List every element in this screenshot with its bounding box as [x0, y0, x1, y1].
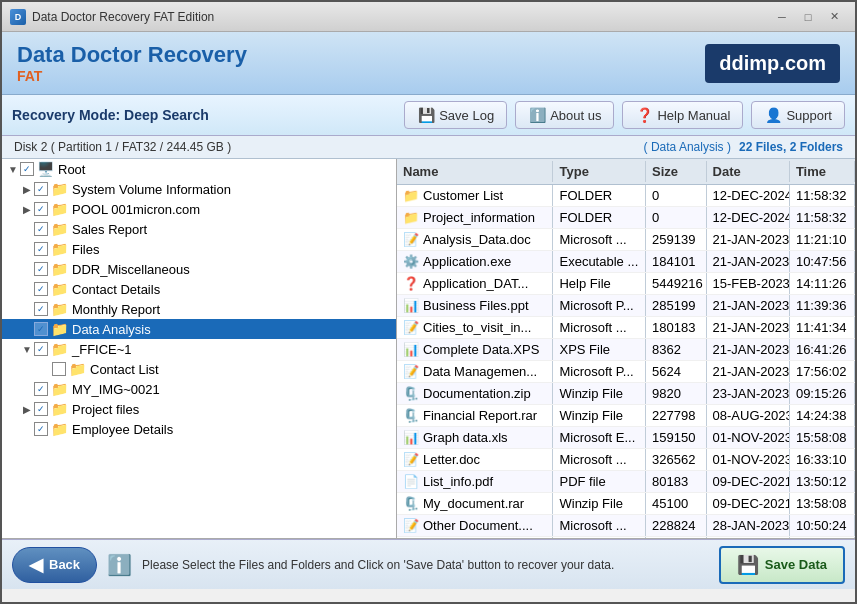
- file-time-cell: 10:50:24: [790, 515, 855, 536]
- tree-item[interactable]: 📁 Files: [2, 239, 396, 259]
- item-checkbox[interactable]: [34, 342, 48, 356]
- file-type-icon: 📝: [403, 232, 419, 247]
- tree-item[interactable]: ▼ 📁 _FFICE~1: [2, 339, 396, 359]
- tree-item[interactable]: 📁 DDR_Miscellaneous: [2, 259, 396, 279]
- root-expander[interactable]: ▼: [6, 164, 20, 175]
- help-manual-button[interactable]: ❓ Help Manual: [622, 101, 743, 129]
- save-data-label: Save Data: [765, 557, 827, 572]
- about-us-button[interactable]: ℹ️ About us: [515, 101, 614, 129]
- expander-icon[interactable]: ▼: [20, 344, 34, 355]
- file-name-cell: 📝Cities_to_visit_in...: [397, 317, 553, 338]
- item-checkbox[interactable]: [34, 222, 48, 236]
- file-date-cell: 21-JAN-2023: [707, 295, 790, 316]
- tree-item[interactable]: ▶ 📁 POOL 001micron.com: [2, 199, 396, 219]
- file-row[interactable]: ❓Application_DAT... Help File 5449216 15…: [397, 273, 855, 295]
- item-checkbox[interactable]: [34, 402, 48, 416]
- item-checkbox[interactable]: [34, 202, 48, 216]
- item-label: _FFICE~1: [72, 342, 132, 357]
- folder-icon: 📁: [51, 201, 68, 217]
- file-type-icon: 🗜️: [403, 408, 419, 423]
- file-row[interactable]: 📝Letter.doc Microsoft ... 326562 01-NOV-…: [397, 449, 855, 471]
- save-log-button[interactable]: 💾 Save Log: [404, 101, 507, 129]
- tree-item[interactable]: 📁 MY_IMG~0021: [2, 379, 396, 399]
- file-type-icon: 📊: [403, 298, 419, 313]
- file-size-cell: 0: [646, 185, 707, 206]
- file-row[interactable]: 📄List_info.pdf PDF file 80183 09-DEC-202…: [397, 471, 855, 493]
- file-type-icon: 📄: [403, 474, 419, 489]
- file-row[interactable]: 🗜️Financial Report.rar Winzip File 22779…: [397, 405, 855, 427]
- tree-item[interactable]: 📁 Monthly Report: [2, 299, 396, 319]
- tree-item[interactable]: 📁 Sales Report: [2, 219, 396, 239]
- tree-root[interactable]: ▼ 🖥️ Root: [2, 159, 396, 179]
- item-checkbox[interactable]: [34, 282, 48, 296]
- file-size-cell: 5449216: [646, 273, 707, 294]
- app-icon: D: [10, 9, 26, 25]
- item-checkbox[interactable]: [34, 242, 48, 256]
- file-scroll[interactable]: 📁Customer List FOLDER 0 12-DEC-2024 11:5…: [397, 185, 855, 538]
- file-time-cell: 13:50:12: [790, 471, 855, 492]
- file-row[interactable]: 📝Cities_to_visit_in... Microsoft ... 180…: [397, 317, 855, 339]
- file-size-cell: 180183: [646, 317, 707, 338]
- tree-item[interactable]: 📁 Employee Details: [2, 419, 396, 439]
- tree-item[interactable]: ▶ 📁 System Volume Information: [2, 179, 396, 199]
- folder-icon: 📁: [51, 301, 68, 317]
- file-row[interactable]: ⚙️Application.exe Executable ... 184101 …: [397, 251, 855, 273]
- header-banner: Data Doctor Recovery FAT ddimp.com: [2, 32, 855, 95]
- tree-item[interactable]: ▶ 📁 Project files: [2, 399, 396, 419]
- item-label: Employee Details: [72, 422, 173, 437]
- root-checkbox[interactable]: [20, 162, 34, 176]
- file-row[interactable]: 📄Phone No List.txt Text file 1960 15-FEB…: [397, 537, 855, 538]
- tree-item[interactable]: 📁 Contact Details: [2, 279, 396, 299]
- file-name-cell: 🗜️My_document.rar: [397, 493, 553, 514]
- item-checkbox[interactable]: [34, 422, 48, 436]
- file-row[interactable]: 📁Project_information FOLDER 0 12-DEC-202…: [397, 207, 855, 229]
- item-label: POOL 001micron.com: [72, 202, 200, 217]
- item-checkbox[interactable]: [34, 382, 48, 396]
- item-checkbox[interactable]: [34, 322, 48, 336]
- file-date-cell: 09-DEC-2021: [707, 493, 790, 514]
- expander-icon[interactable]: ▶: [20, 184, 34, 195]
- file-row[interactable]: 📝Analysis_Data.doc Microsoft ... 259139 …: [397, 229, 855, 251]
- tree-item[interactable]: 📁 Contact List: [2, 359, 396, 379]
- support-button[interactable]: 👤 Support: [751, 101, 845, 129]
- file-row[interactable]: 📝Data Managemen... Microsoft P... 5624 2…: [397, 361, 855, 383]
- file-row[interactable]: 🗜️My_document.rar Winzip File 45100 09-D…: [397, 493, 855, 515]
- file-time-cell: 11:41:34: [790, 317, 855, 338]
- data-analysis-link[interactable]: ( Data Analysis ): [644, 140, 731, 154]
- file-date-cell: 12-DEC-2024: [707, 207, 790, 228]
- file-name-cell: 📊Business Files.ppt: [397, 295, 553, 316]
- file-name-cell: 📊Graph data.xls: [397, 427, 553, 448]
- expander-icon[interactable]: ▶: [20, 404, 34, 415]
- file-time-cell: 09:15:26: [790, 383, 855, 404]
- file-row[interactable]: 🗜️Documentation.zip Winzip File 9820 23-…: [397, 383, 855, 405]
- file-row[interactable]: 📊Business Files.ppt Microsoft P... 28519…: [397, 295, 855, 317]
- file-time-cell: 11:21:10: [790, 229, 855, 250]
- file-type-cell: Winzip File: [553, 405, 646, 426]
- item-checkbox[interactable]: [34, 262, 48, 276]
- item-checkbox[interactable]: [34, 302, 48, 316]
- file-panel: Name Type Size Date Time 📁Customer List …: [397, 159, 855, 538]
- tree-item-selected[interactable]: 📁 Data Analysis: [2, 319, 396, 339]
- file-name-cell: ❓Application_DAT...: [397, 273, 553, 294]
- file-name-cell: 🗜️Documentation.zip: [397, 383, 553, 404]
- window-title: Data Doctor Recovery FAT Edition: [32, 10, 769, 24]
- file-row[interactable]: 📊Graph data.xls Microsoft E... 159150 01…: [397, 427, 855, 449]
- back-button[interactable]: ◀ Back: [12, 547, 97, 583]
- minimize-button[interactable]: ─: [769, 7, 795, 27]
- file-row[interactable]: 📁Customer List FOLDER 0 12-DEC-2024 11:5…: [397, 185, 855, 207]
- file-size-cell: 159150: [646, 427, 707, 448]
- item-checkbox[interactable]: [52, 362, 66, 376]
- item-label: Project files: [72, 402, 139, 417]
- file-type-cell: PDF file: [553, 471, 646, 492]
- close-button[interactable]: ✕: [821, 7, 847, 27]
- tree-scroll[interactable]: ▼ 🖥️ Root ▶ 📁 System Volume Information …: [2, 159, 396, 538]
- file-row[interactable]: 📊Complete Data.XPS XPS File 8362 21-JAN-…: [397, 339, 855, 361]
- file-type-cell: FOLDER: [553, 207, 646, 228]
- maximize-button[interactable]: □: [795, 7, 821, 27]
- file-time-cell: 16:41:26: [790, 339, 855, 360]
- item-checkbox[interactable]: [34, 182, 48, 196]
- save-data-button[interactable]: 💾 Save Data: [719, 546, 845, 584]
- expander-icon[interactable]: ▶: [20, 204, 34, 215]
- support-icon: 👤: [764, 106, 782, 124]
- file-row[interactable]: 📝Other Document.... Microsoft ... 228824…: [397, 515, 855, 537]
